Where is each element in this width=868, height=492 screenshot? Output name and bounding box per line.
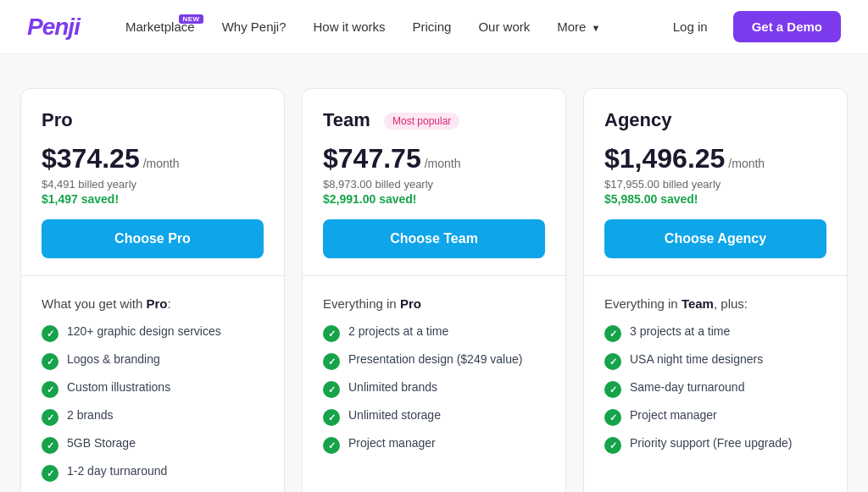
check-icon [323,381,340,398]
nav-item-more[interactable]: More ▼ [545,13,612,41]
billed-yearly-team: $8,973.00 billed yearly [323,178,545,191]
get-demo-button[interactable]: Get a Demo [733,11,841,42]
plan-card-agency: Agency $1,496.25 /month $17,955.00 bille… [583,88,848,492]
feature-item: Custom illustrations [42,380,264,398]
more-arrow-icon: ▼ [592,23,601,33]
price-period-pro: /month [143,157,180,170]
check-icon [42,465,58,482]
nav-item-why-penji[interactable]: Why Penji? [210,13,298,41]
login-button[interactable]: Log in [658,13,723,41]
nav-item-how-it-works[interactable]: How it works [302,13,398,41]
features-header-team: Everything in Pro [323,296,545,311]
check-icon [604,353,621,370]
plan-card-team: Team Most popular $747.75 /month $8,973.… [302,88,566,492]
feature-item: USA night time designers [604,352,826,370]
plan-card-agency-bottom: Everything in Team, plus: 3 projects at … [584,276,847,484]
marketplace-badge: NEW [179,14,203,24]
check-icon [42,353,58,370]
feature-item: 2 brands [42,408,264,426]
nav-item-marketplace[interactable]: Marketplace NEW [114,13,207,41]
saved-team: $2,991.00 saved! [323,192,545,206]
features-header-pro: What you get with Pro: [42,296,264,311]
feature-item: Unlimited storage [323,408,545,426]
check-icon [323,325,340,342]
check-icon [42,409,58,426]
price-period-team: /month [425,157,461,170]
billed-yearly-pro: $4,491 billed yearly [42,178,264,191]
saved-agency: $5,985.00 saved! [604,192,826,206]
check-icon [604,381,621,398]
price-amount-team: $747.75 [323,143,421,174]
feature-item: 5GB Storage [42,436,264,454]
plan-name-agency: Agency [604,109,826,131]
plan-card-agency-top: Agency $1,496.25 /month $17,955.00 bille… [584,89,847,276]
feature-item: Presentation design ($249 value) [323,352,545,370]
choose-agency-button[interactable]: Choose Agency [604,219,826,258]
choose-team-button[interactable]: Choose Team [323,219,545,258]
check-icon [42,381,58,398]
nav-item-our-work[interactable]: Our work [466,13,542,41]
plan-name-team: Team Most popular [323,109,545,131]
plan-card-pro: Pro $374.25 /month $4,491 billed yearly … [20,88,285,492]
feature-item: Project manager [323,436,545,454]
feature-item: 2 projects at a time [323,324,545,342]
features-header-agency: Everything in Team, plus: [604,296,826,311]
price-amount-agency: $1,496.25 [604,143,725,174]
plan-card-team-top: Team Most popular $747.75 /month $8,973.… [303,89,565,276]
logo[interactable]: Penji [27,14,80,41]
check-icon [42,437,58,454]
price-row-pro: $374.25 /month [42,143,264,174]
feature-item: Priority support (Free upgrade) [604,436,826,454]
price-amount-pro: $374.25 [42,143,140,174]
nav-right: Log in Get a Demo [658,11,841,42]
check-icon [323,437,340,454]
cards-grid: Pro $374.25 /month $4,491 billed yearly … [20,88,848,492]
check-icon [604,437,621,454]
check-icon [604,409,621,426]
plan-name-pro: Pro [42,109,264,131]
feature-item: Same-day turnaround [604,380,826,398]
feature-item: 1-2 day turnaround [42,464,264,482]
feature-item: 120+ graphic design services [42,324,264,342]
feature-item: Unlimited brands [323,380,545,398]
feature-item: 3 projects at a time [604,324,826,342]
plan-card-pro-bottom: What you get with Pro: 120+ graphic desi… [21,276,284,492]
navbar: Penji Marketplace NEW Why Penji? How it … [0,0,868,54]
price-period-agency: /month [728,157,765,170]
check-icon [604,325,621,342]
check-icon [323,409,340,426]
choose-pro-button[interactable]: Choose Pro [42,219,264,258]
nav-links: Marketplace NEW Why Penji? How it works … [114,13,658,41]
feature-item: Project manager [604,408,826,426]
price-row-team: $747.75 /month [323,143,545,174]
pricing-section: Pro $374.25 /month $4,491 billed yearly … [0,54,868,492]
check-icon [42,325,58,342]
nav-item-pricing[interactable]: Pricing [401,13,464,41]
price-row-agency: $1,496.25 /month [604,143,826,174]
billed-yearly-agency: $17,955.00 billed yearly [604,178,826,191]
most-popular-badge: Most popular [384,113,459,130]
plan-card-team-bottom: Everything in Pro 2 projects at a time P… [303,276,565,484]
saved-pro: $1,497 saved! [42,192,264,206]
feature-item: Logos & branding [42,352,264,370]
plan-card-pro-top: Pro $374.25 /month $4,491 billed yearly … [21,89,284,276]
check-icon [323,353,340,370]
